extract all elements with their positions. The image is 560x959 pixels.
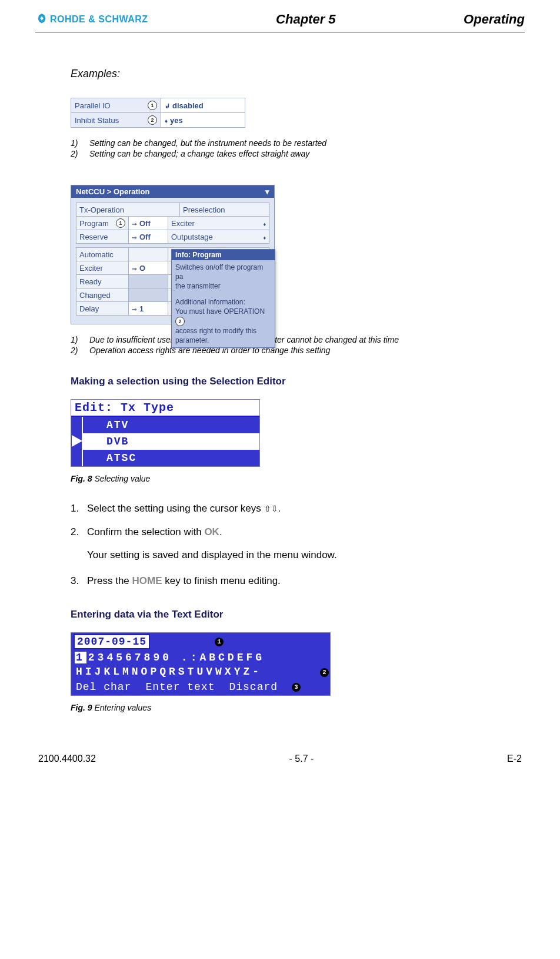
annotation-badge: 3 bbox=[292, 683, 301, 692]
examples-heading: Examples: bbox=[71, 68, 489, 80]
selection-option[interactable]: ATV bbox=[82, 417, 259, 433]
selected-char: 1 bbox=[75, 652, 86, 663]
selection-editor: Edit: Tx Type ATV DVB ATSC bbox=[71, 399, 260, 467]
step-number: 2. bbox=[71, 525, 82, 540]
tooltip-title: Info: Program bbox=[172, 250, 275, 260]
footer-center: - 5.7 - bbox=[289, 754, 314, 764]
step-number: 1. bbox=[71, 501, 82, 516]
setting-label: Exciter bbox=[171, 219, 195, 228]
setting-value-cell[interactable]: disabled bbox=[161, 98, 245, 112]
company-symbol-icon bbox=[35, 13, 48, 26]
editor-actions: Del char Enter text Discard 3 bbox=[71, 679, 330, 694]
setting-label: Inhibit Status bbox=[75, 116, 119, 125]
setting-value-cell[interactable]: 1 bbox=[129, 302, 168, 315]
instruction-steps: 1. Select the setting using the cursor k… bbox=[71, 501, 489, 588]
table-row: Parallel IO 1 disabled bbox=[71, 98, 245, 113]
tooltip-text: access right to modify this bbox=[175, 326, 271, 336]
character-row-2[interactable]: HIJKLMNOPQRSTUVWXYZ- 2 bbox=[71, 665, 330, 679]
setting-label: Exciter bbox=[76, 261, 129, 274]
annotation-badge: 1 bbox=[148, 101, 157, 110]
status-indicator bbox=[129, 288, 168, 301]
annotation-badge: 1 bbox=[116, 218, 125, 228]
figure-caption-8: Fig. 8 Selecting value bbox=[71, 474, 489, 483]
page-footer: 2100.4400.32 - 5.7 - E-2 bbox=[35, 754, 525, 764]
setting-label: Automatic bbox=[76, 248, 129, 261]
setting-label-cell: Inhibit Status 2 bbox=[71, 113, 161, 127]
section-title-header: Operating bbox=[464, 12, 525, 27]
setting-value-cell[interactable]: yes bbox=[161, 113, 245, 127]
note-number: 1) bbox=[71, 335, 84, 344]
footer-left: 2100.4400.32 bbox=[38, 754, 96, 764]
setting-value: yes bbox=[170, 116, 183, 125]
step-number: 3. bbox=[71, 573, 82, 589]
tooltip-text: You must have OPERATION 2 bbox=[175, 307, 271, 326]
setting-label-cell: Program 1 bbox=[76, 217, 129, 230]
lock-icon bbox=[132, 233, 138, 241]
chapter-title: Chapter 5 bbox=[276, 12, 335, 27]
page-header: ROHDE & SCHWARZ Chapter 5 Operating bbox=[35, 12, 525, 32]
setting-label: Reserve bbox=[76, 230, 129, 243]
discard-button[interactable]: Discard bbox=[229, 681, 278, 693]
notes-1: 1)Setting can be changed, but the instru… bbox=[71, 138, 489, 158]
key-label: HOME bbox=[132, 575, 162, 586]
dropdown-icon[interactable]: ▾ bbox=[265, 187, 269, 196]
step-text: Press the HOME key to finish menu editin… bbox=[87, 573, 281, 589]
note-text: Setting can be changed, but the instrume… bbox=[89, 138, 326, 148]
window-titlebar: NetCCU > Operation ▾ bbox=[71, 185, 274, 198]
window-title: NetCCU > Operation bbox=[76, 187, 149, 196]
setting-label: Outputstage bbox=[171, 233, 213, 241]
key-label: OK bbox=[204, 526, 219, 537]
setting-label: Delay bbox=[76, 302, 129, 315]
date-input-field[interactable]: 2007-09-15 bbox=[74, 634, 150, 649]
step-text: Select the setting using the cursor keys… bbox=[87, 501, 281, 516]
setting-label: Changed bbox=[76, 288, 129, 301]
operation-window: NetCCU > Operation ▾ Tx-Operation Presel… bbox=[71, 185, 275, 324]
spinner-icon[interactable] bbox=[263, 233, 266, 241]
brand-logo: ROHDE & SCHWARZ bbox=[35, 13, 148, 26]
note-number: 2) bbox=[71, 346, 84, 355]
setting-value-cell[interactable]: O bbox=[129, 261, 168, 274]
setting-label: Preselection bbox=[180, 203, 269, 216]
annotation-badge: 2 bbox=[148, 115, 157, 125]
section-heading-1: Making a selection using the Selection E… bbox=[71, 376, 489, 387]
table-row: Inhibit Status 2 yes bbox=[71, 113, 245, 127]
note-text: Setting can be changed; a change takes e… bbox=[89, 149, 309, 158]
lock-icon bbox=[132, 304, 138, 313]
figure-caption-9: Fig. 9 Entering values bbox=[71, 703, 489, 712]
section-heading-2: Entering data via the Text Editor bbox=[71, 609, 489, 620]
selection-option[interactable]: ATSC bbox=[82, 450, 259, 466]
setting-value-cell[interactable]: Off bbox=[129, 230, 168, 243]
enter-text-button[interactable]: Enter text bbox=[145, 681, 215, 693]
brand-text: ROHDE & SCHWARZ bbox=[50, 14, 148, 25]
setting-label-cell: Parallel IO 1 bbox=[71, 98, 161, 112]
step-subtext: Your setting is saved and displayed in t… bbox=[87, 547, 489, 563]
footer-right: E-2 bbox=[507, 754, 522, 764]
setting-label: Program bbox=[79, 219, 109, 228]
note-number: 1) bbox=[71, 138, 84, 148]
setting-label: Tx-Operation bbox=[76, 203, 180, 216]
lock-icon bbox=[132, 264, 138, 273]
restart-required-icon bbox=[165, 101, 170, 110]
selection-option-selected[interactable]: DVB bbox=[82, 433, 259, 450]
setting-value-cell[interactable]: Off bbox=[129, 217, 168, 230]
tooltip-text: parameter. bbox=[175, 336, 271, 345]
step-text: Confirm the selection with OK. bbox=[87, 525, 222, 540]
character-row-1[interactable]: 1234567890 .:ABCDEFG bbox=[71, 651, 330, 665]
cursor-arrows-icon: ⇧⇩ bbox=[264, 504, 278, 513]
notes-2: 1)Due to insufficient user rights, the s… bbox=[71, 335, 489, 355]
lock-icon bbox=[132, 219, 138, 228]
setting-value-cell bbox=[129, 248, 168, 261]
setting-label-cell: Exciter bbox=[168, 217, 269, 230]
annotation-badge: 1 bbox=[215, 638, 224, 646]
editor-title: Edit: Tx Type bbox=[71, 400, 259, 417]
status-indicator bbox=[129, 275, 168, 288]
spinner-icon[interactable] bbox=[263, 219, 266, 228]
setting-value: disabled bbox=[172, 101, 204, 110]
text-editor: 2007-09-15 1 1234567890 .:ABCDEFG HIJKLM… bbox=[71, 632, 331, 696]
info-tooltip: Info: Program Switches on/off the progra… bbox=[171, 249, 275, 348]
tooltip-text: Additional information: bbox=[175, 297, 271, 307]
del-char-button[interactable]: Del char bbox=[76, 681, 131, 693]
setting-label-cell: Outputstage bbox=[168, 230, 269, 243]
setting-label: Ready bbox=[76, 275, 129, 288]
setting-label: Parallel IO bbox=[75, 101, 111, 110]
